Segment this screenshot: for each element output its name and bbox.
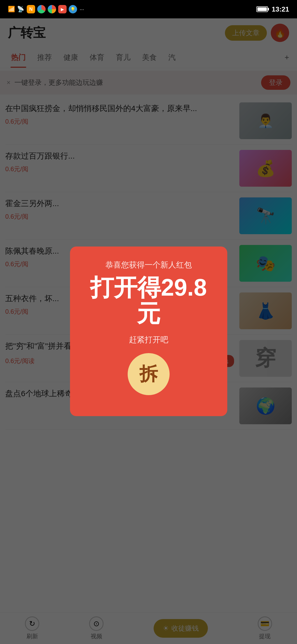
wifi-icon: 📡 bbox=[17, 6, 24, 13]
app-container: 广转宝 上传文章 🔥 热门 推荐 健康 体育 育儿 美食 汽 + × 一键登录，… bbox=[0, 18, 297, 644]
app-icon-3 bbox=[48, 5, 56, 13]
red-packet-popup: 恭喜您获得一个新人红包 打开得29.8元 赶紧打开吧 拆 bbox=[70, 247, 227, 416]
red-packet-amount: 打开得29.8元 bbox=[80, 275, 217, 327]
app-icon-1: N bbox=[27, 5, 35, 13]
status-more-dots: ··· bbox=[80, 6, 84, 12]
red-packet-subtitle: 恭喜您获得一个新人红包 bbox=[80, 260, 217, 270]
open-red-packet-button[interactable]: 拆 bbox=[128, 353, 170, 395]
signal-wifi-icons: 📶 📡 bbox=[8, 6, 24, 13]
battery-icon bbox=[256, 6, 268, 12]
app-icon-2 bbox=[37, 5, 46, 13]
app-icon-5: 💡 bbox=[69, 5, 77, 13]
status-left: 📶 📡 N ▶ 💡 ··· bbox=[8, 5, 84, 13]
overlay[interactable]: 恭喜您获得一个新人红包 打开得29.8元 赶紧打开吧 拆 bbox=[0, 18, 297, 644]
red-packet-cta: 赶紧打开吧 bbox=[80, 334, 217, 345]
clock: 13:21 bbox=[272, 5, 289, 13]
notification-icons: N ▶ 💡 bbox=[27, 5, 77, 13]
status-right: 13:21 bbox=[256, 5, 289, 13]
battery-fill bbox=[257, 7, 267, 11]
app-icon-4: ▶ bbox=[58, 5, 67, 13]
red-packet-top: 恭喜您获得一个新人红包 打开得29.8元 赶紧打开吧 拆 bbox=[70, 247, 227, 416]
signal-icon: 📶 bbox=[8, 6, 15, 13]
status-bar: 📶 📡 N ▶ 💡 ··· 13:21 bbox=[0, 0, 297, 18]
